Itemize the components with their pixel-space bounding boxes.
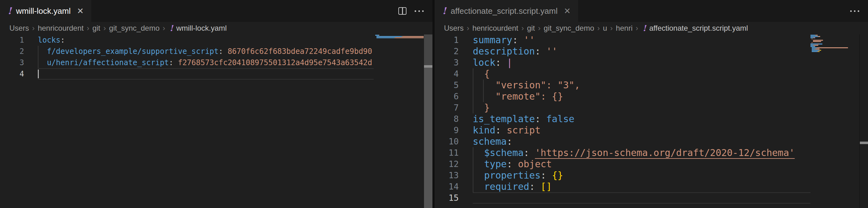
- code-text[interactable]: summary: '': [473, 34, 810, 46]
- close-icon[interactable]: ✕: [562, 6, 571, 16]
- code-line[interactable]: 2 f/developers_example/supportive_script…: [0, 46, 374, 57]
- minimap[interactable]: [375, 35, 424, 38]
- gutter[interactable]: 3: [435, 57, 473, 68]
- gutter[interactable]: 11: [435, 147, 473, 158]
- breadcrumb-item[interactable]: git: [527, 24, 535, 32]
- code-text[interactable]: kind: script: [473, 125, 810, 136]
- code-line[interactable]: 9kind: script: [435, 125, 810, 136]
- gutter[interactable]: 6: [435, 91, 473, 102]
- code-line[interactable]: 8is_template: false: [435, 113, 810, 125]
- breadcrumb-item[interactable]: henricourdent: [38, 24, 84, 32]
- line-number[interactable]: 13: [435, 170, 459, 181]
- gutter[interactable]: 14: [435, 181, 473, 192]
- code-text[interactable]: type: object: [473, 158, 810, 170]
- gutter[interactable]: 15: [435, 192, 473, 204]
- code-lines[interactable]: 1locks:2 f/developers_example/supportive…: [0, 34, 374, 208]
- editor[interactable]: 1locks:2 f/developers_example/supportive…: [0, 34, 432, 208]
- code-text[interactable]: "remote": {}: [473, 91, 810, 102]
- breadcrumb-item[interactable]: git_sync_demo: [109, 24, 159, 32]
- scrollbar-slider[interactable]: [424, 65, 432, 68]
- overview-ruler-marker[interactable]: [860, 141, 868, 144]
- scrollbar[interactable]: [424, 34, 432, 208]
- line-number[interactable]: 3: [0, 57, 24, 68]
- breadcrumb-item[interactable]: git_sync_demo: [544, 24, 594, 32]
- code-text[interactable]: {: [473, 68, 810, 80]
- gutter[interactable]: 1: [435, 34, 473, 46]
- gutter[interactable]: 4: [435, 68, 473, 80]
- line-number[interactable]: 4: [435, 68, 459, 80]
- line-number[interactable]: 15: [435, 192, 459, 204]
- close-icon[interactable]: ✕: [75, 6, 84, 16]
- code-line[interactable]: 14 required: []: [435, 181, 810, 192]
- code-text[interactable]: description: '': [473, 46, 810, 57]
- breadcrumb-file[interactable]: wmill-lock.yaml: [176, 24, 227, 32]
- code-line[interactable]: 11 $schema: 'https://json-schema.org/dra…: [435, 147, 810, 158]
- code-line[interactable]: 6 "remote": {}: [435, 91, 810, 102]
- gutter[interactable]: 7: [435, 102, 473, 113]
- editor[interactable]: 1summary: ''2description: ''3lock: |4 {5…: [435, 34, 868, 208]
- line-number[interactable]: 9: [435, 125, 459, 136]
- line-number[interactable]: 5: [435, 80, 459, 91]
- code-line[interactable]: 1locks:: [0, 34, 374, 46]
- breadcrumb-item[interactable]: Users: [444, 24, 464, 32]
- tab-affectionate-script-yaml[interactable]: ! affectionate_script.script.yaml ✕: [435, 0, 578, 22]
- code-text[interactable]: f/developers_example/supportive_script: …: [38, 46, 374, 57]
- more-actions-icon[interactable]: [850, 10, 859, 12]
- line-number[interactable]: 8: [435, 113, 459, 125]
- code-line[interactable]: 7 }: [435, 102, 810, 113]
- code-text[interactable]: $schema: 'https://json-schema.org/draft/…: [473, 147, 810, 158]
- gutter[interactable]: 5: [435, 80, 473, 91]
- code-text[interactable]: lock: |: [473, 57, 810, 68]
- gutter[interactable]: 9: [435, 125, 473, 136]
- code-text[interactable]: u/henri/affectionate_script: f2768573cfc…: [38, 57, 374, 68]
- line-number[interactable]: 6: [435, 91, 459, 102]
- code-text[interactable]: properties: {}: [473, 170, 810, 181]
- code-text[interactable]: required: []: [473, 181, 810, 192]
- code-text[interactable]: schema:: [473, 136, 810, 147]
- gutter[interactable]: 1: [0, 34, 38, 46]
- split-editor-icon[interactable]: [398, 7, 406, 15]
- line-number[interactable]: 7: [435, 102, 459, 113]
- code-line[interactable]: 13 properties: {}: [435, 170, 810, 181]
- code-line[interactable]: 3 u/henri/affectionate_script: f2768573c…: [0, 57, 374, 68]
- code-line[interactable]: 3lock: |: [435, 57, 810, 68]
- breadcrumb-item[interactable]: u: [603, 24, 607, 32]
- line-number[interactable]: 11: [435, 147, 459, 158]
- code-line[interactable]: 10schema:: [435, 136, 810, 147]
- gutter[interactable]: 2: [0, 46, 38, 57]
- editor-group-sash[interactable]: [432, 0, 435, 208]
- tab-wmill-lock-yaml[interactable]: ! wmill-lock.yaml ✕: [0, 0, 91, 22]
- line-number[interactable]: 2: [435, 46, 459, 57]
- line-number[interactable]: 2: [0, 46, 24, 57]
- line-number[interactable]: 3: [435, 57, 459, 68]
- breadcrumb-file[interactable]: affectionate_script.script.yaml: [649, 24, 748, 32]
- code-text[interactable]: locks:: [38, 34, 374, 46]
- gutter[interactable]: 10: [435, 136, 473, 147]
- code-text[interactable]: is_template: false: [473, 113, 810, 125]
- code-line[interactable]: 15: [435, 192, 810, 204]
- code-text[interactable]: "version": "3",: [473, 80, 810, 91]
- code-text[interactable]: [38, 68, 374, 80]
- code-line[interactable]: 12 type: object: [435, 158, 810, 170]
- line-number[interactable]: 1: [0, 34, 24, 46]
- line-number[interactable]: 14: [435, 181, 459, 192]
- gutter[interactable]: 2: [435, 46, 473, 57]
- gutter[interactable]: 13: [435, 170, 473, 181]
- code-line[interactable]: 1summary: '': [435, 34, 810, 46]
- gutter[interactable]: 12: [435, 158, 473, 170]
- code-line[interactable]: 4 {: [435, 68, 810, 80]
- breadcrumb-item[interactable]: henri: [616, 24, 632, 32]
- gutter[interactable]: 8: [435, 113, 473, 125]
- line-number[interactable]: 10: [435, 136, 459, 147]
- code-text[interactable]: [473, 192, 810, 204]
- breadcrumb-item[interactable]: Users: [9, 24, 29, 32]
- line-number[interactable]: 12: [435, 158, 459, 170]
- code-lines[interactable]: 1summary: ''2description: ''3lock: |4 {5…: [435, 34, 810, 208]
- minimap[interactable]: [810, 35, 857, 52]
- more-actions-icon[interactable]: [414, 10, 424, 12]
- line-number[interactable]: 1: [435, 34, 459, 46]
- gutter[interactable]: 3: [0, 57, 38, 68]
- breadcrumb-item[interactable]: henricourdent: [472, 24, 519, 32]
- breadcrumb-item[interactable]: git: [92, 24, 100, 32]
- code-line[interactable]: 4: [0, 68, 374, 80]
